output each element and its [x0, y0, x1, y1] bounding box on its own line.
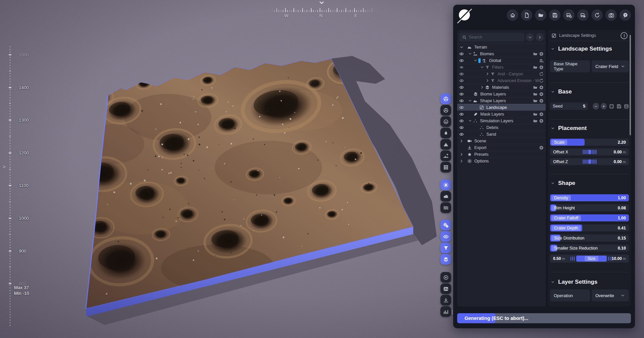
refresh-icon[interactable]	[539, 78, 544, 83]
gears-tool-button[interactable]	[440, 220, 451, 230]
search-input[interactable]: Search	[459, 33, 524, 42]
image-tool-button[interactable]	[440, 283, 451, 294]
tree-row-simulation-layers[interactable]: Simulation Layers	[457, 117, 546, 124]
base-shape-type-dropdown[interactable]: Crater Field	[592, 60, 629, 72]
range-slider-size[interactable]: 0.50 mSize10.00 m	[550, 255, 629, 263]
sun-tool-button[interactable]	[440, 180, 451, 190]
tree-row-shape-layers[interactable]: Shape Layers	[457, 97, 546, 104]
record-tool-button[interactable]	[440, 272, 451, 283]
seed-decrement-button[interactable]: −	[593, 103, 599, 110]
slider-scale[interactable]: ScaleScale2.20	[550, 139, 629, 146]
plus-icon[interactable]	[539, 112, 544, 117]
scrub-offset-z[interactable]: Offset Z0.00 m	[550, 158, 629, 165]
chevron-down-icon[interactable]	[468, 119, 473, 123]
seed-increment-button[interactable]: +	[601, 103, 607, 110]
tree-row-global[interactable]: Global	[457, 57, 546, 64]
chevron-down-icon[interactable]	[473, 58, 478, 63]
chevron-right-icon[interactable]	[459, 152, 464, 157]
visibility-eye-icon[interactable]	[459, 125, 464, 130]
settings-scrollbar[interactable]	[630, 35, 631, 135]
tree-row-filters[interactable]: Filters	[457, 64, 546, 70]
chevron-right-icon[interactable]	[485, 78, 490, 83]
waves-tool-button[interactable]	[440, 202, 451, 213]
scrub-offset-x[interactable]: Offset X0.00 m	[550, 148, 629, 155]
plus-icon[interactable]	[539, 52, 544, 56]
tree-row-materials[interactable]: Materials	[457, 84, 546, 90]
chevron-right-icon[interactable]	[459, 139, 464, 143]
folder-icon[interactable]	[533, 92, 538, 96]
visibility-eye-icon[interactable]	[459, 85, 464, 90]
panel-toggle-icon[interactable]	[621, 32, 628, 39]
chevron-down-icon[interactable]	[468, 98, 473, 103]
tree-row-advanced-erosion-w[interactable]: Advanced Erosion - W	[457, 77, 546, 84]
tree-row-terrain[interactable]: Terrain	[457, 44, 546, 50]
range-band[interactable]: Size	[576, 256, 607, 262]
visibility-eye-icon[interactable]	[459, 112, 464, 117]
desert-tool-button[interactable]	[440, 150, 451, 161]
plus-icon[interactable]	[539, 85, 544, 90]
collapse-all-button[interactable]	[526, 33, 534, 41]
expand-panel-button[interactable]	[536, 33, 544, 41]
left-panel-expand-handle[interactable]: >	[3, 164, 6, 170]
planet-terrain-tool-button[interactable]	[440, 93, 451, 104]
visibility-eye-icon[interactable]	[459, 52, 464, 56]
tree-row-mask-layers[interactable]: Mask Layers	[457, 111, 546, 117]
tree-row-arid-canyon[interactable]: Arid - Canyon	[457, 70, 546, 77]
layers-plus-icon[interactable]	[539, 58, 544, 63]
refresh-button[interactable]	[591, 9, 603, 21]
folder-icon[interactable]	[533, 119, 538, 123]
download-tool-button[interactable]	[440, 295, 451, 306]
planet-terrain-alt-tool-button[interactable]	[440, 105, 451, 116]
new-file-button[interactable]	[521, 9, 532, 21]
visibility-eye-icon[interactable]	[459, 72, 464, 76]
section-header-landscape-settings[interactable]: Landscape Settings	[549, 46, 630, 52]
visibility-eye-icon[interactable]	[459, 78, 464, 83]
visibility-eye-icon[interactable]	[459, 98, 464, 103]
folder-icon[interactable]	[533, 85, 538, 90]
section-header-layer-settings[interactable]: Layer Settings	[549, 279, 630, 285]
tree-row-debris[interactable]: Debris	[457, 124, 546, 131]
circle-mountain-tool-button[interactable]	[440, 116, 451, 127]
home-button[interactable]	[507, 9, 518, 21]
chevron-right-icon[interactable]	[485, 72, 490, 76]
section-header-shape[interactable]: Shape	[549, 180, 630, 187]
slider-crater-depth[interactable]: Crater DepthCrater Depth0.41	[550, 224, 629, 231]
plus-icon[interactable]	[539, 119, 544, 123]
visibility-eye-icon[interactable]	[459, 92, 464, 96]
panel-resize-handle[interactable]	[452, 310, 453, 314]
chevron-right-icon[interactable]	[459, 159, 464, 163]
plus-icon[interactable]	[539, 145, 544, 150]
scrub-handle[interactable]	[583, 159, 596, 164]
plus-icon[interactable]	[539, 65, 544, 70]
refresh-icon[interactable]	[539, 72, 544, 76]
visibility-hidden-icon[interactable]	[459, 65, 464, 70]
section-header-placement[interactable]: Placement	[549, 125, 630, 132]
layers-tool-button[interactable]	[440, 254, 451, 265]
save-add-button[interactable]	[563, 9, 575, 21]
tree-row-biome-layers[interactable]: Biome Layers	[457, 90, 546, 97]
tree-row-export[interactable]: Export	[457, 144, 546, 151]
folder-icon[interactable]	[533, 52, 538, 56]
help-button[interactable]: ?	[620, 9, 631, 21]
operation-dropdown[interactable]: Overwrite	[592, 289, 629, 301]
section-header-base[interactable]: Base	[549, 88, 630, 95]
slider-size-distribution[interactable]: Size DistributionSize Distribution0.15	[550, 234, 629, 242]
chevron-down-icon[interactable]	[480, 65, 485, 69]
tree-row-sand[interactable]: Sand	[457, 131, 546, 137]
slider-smaller-size-reduction[interactable]: Smaller Size ReductionSmaller Size Reduc…	[550, 245, 629, 252]
visibility-eye-icon[interactable]	[459, 58, 464, 63]
scrub-handle[interactable]	[583, 150, 596, 154]
seed-field[interactable]: Seed5	[550, 103, 588, 110]
folder-icon[interactable]	[533, 98, 538, 103]
folder-icon[interactable]	[533, 112, 538, 117]
slider-rim-height[interactable]: Rim HeightRim Height0.08	[550, 204, 629, 211]
tree-row-biomes[interactable]: Biomes	[457, 50, 546, 57]
plus-icon[interactable]	[539, 98, 544, 103]
camera-button[interactable]	[605, 9, 617, 21]
chevron-right-icon[interactable]	[480, 85, 485, 89]
compass[interactable]: WNE	[268, 1, 376, 17]
eye-tool-button[interactable]	[440, 231, 451, 242]
visibility-eye-icon[interactable]	[459, 105, 464, 110]
save-button[interactable]	[549, 9, 560, 21]
tree-row-scene[interactable]: Scene	[457, 137, 546, 144]
